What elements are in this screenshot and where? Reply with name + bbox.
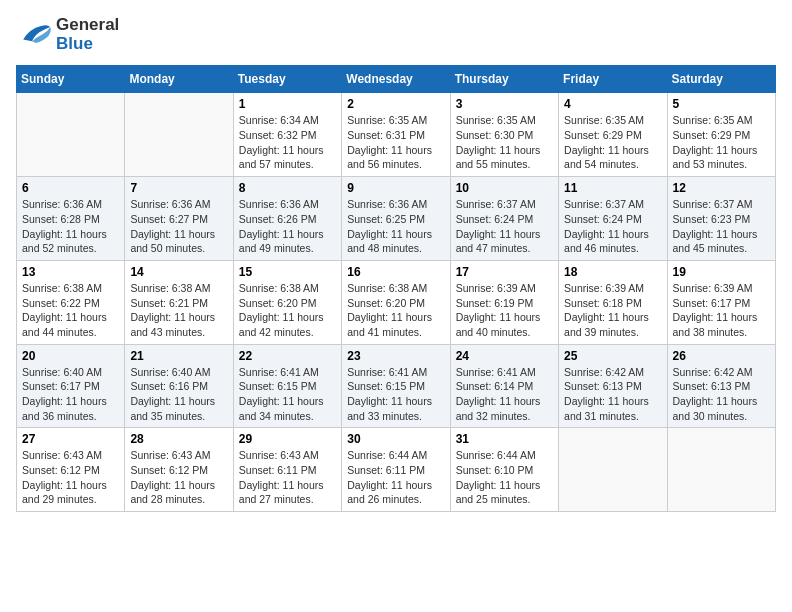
- day-number: 10: [456, 181, 553, 195]
- calendar-cell: 1Sunrise: 6:34 AM Sunset: 6:32 PM Daylig…: [233, 93, 341, 177]
- day-detail: Sunrise: 6:40 AM Sunset: 6:16 PM Dayligh…: [130, 365, 227, 424]
- calendar-cell: 11Sunrise: 6:37 AM Sunset: 6:24 PM Dayli…: [559, 177, 667, 261]
- day-number: 27: [22, 432, 119, 446]
- calendar-cell: 27Sunrise: 6:43 AM Sunset: 6:12 PM Dayli…: [17, 428, 125, 512]
- day-number: 18: [564, 265, 661, 279]
- day-header-saturday: Saturday: [667, 66, 775, 93]
- calendar-cell: 28Sunrise: 6:43 AM Sunset: 6:12 PM Dayli…: [125, 428, 233, 512]
- calendar-cell: 20Sunrise: 6:40 AM Sunset: 6:17 PM Dayli…: [17, 344, 125, 428]
- day-number: 7: [130, 181, 227, 195]
- day-number: 29: [239, 432, 336, 446]
- calendar-cell: 10Sunrise: 6:37 AM Sunset: 6:24 PM Dayli…: [450, 177, 558, 261]
- day-detail: Sunrise: 6:43 AM Sunset: 6:12 PM Dayligh…: [22, 448, 119, 507]
- calendar-cell: 17Sunrise: 6:39 AM Sunset: 6:19 PM Dayli…: [450, 260, 558, 344]
- day-detail: Sunrise: 6:38 AM Sunset: 6:20 PM Dayligh…: [239, 281, 336, 340]
- day-number: 22: [239, 349, 336, 363]
- day-detail: Sunrise: 6:36 AM Sunset: 6:26 PM Dayligh…: [239, 197, 336, 256]
- day-number: 20: [22, 349, 119, 363]
- calendar-cell: 5Sunrise: 6:35 AM Sunset: 6:29 PM Daylig…: [667, 93, 775, 177]
- calendar-cell: 22Sunrise: 6:41 AM Sunset: 6:15 PM Dayli…: [233, 344, 341, 428]
- day-number: 25: [564, 349, 661, 363]
- day-number: 6: [22, 181, 119, 195]
- calendar-cell: 12Sunrise: 6:37 AM Sunset: 6:23 PM Dayli…: [667, 177, 775, 261]
- day-detail: Sunrise: 6:44 AM Sunset: 6:11 PM Dayligh…: [347, 448, 444, 507]
- calendar-cell: 24Sunrise: 6:41 AM Sunset: 6:14 PM Dayli…: [450, 344, 558, 428]
- day-number: 26: [673, 349, 770, 363]
- day-number: 4: [564, 97, 661, 111]
- calendar-cell: 16Sunrise: 6:38 AM Sunset: 6:20 PM Dayli…: [342, 260, 450, 344]
- calendar-cell: 23Sunrise: 6:41 AM Sunset: 6:15 PM Dayli…: [342, 344, 450, 428]
- calendar-cell: 30Sunrise: 6:44 AM Sunset: 6:11 PM Dayli…: [342, 428, 450, 512]
- day-detail: Sunrise: 6:34 AM Sunset: 6:32 PM Dayligh…: [239, 113, 336, 172]
- day-number: 28: [130, 432, 227, 446]
- calendar-cell: 19Sunrise: 6:39 AM Sunset: 6:17 PM Dayli…: [667, 260, 775, 344]
- calendar-week-row: 13Sunrise: 6:38 AM Sunset: 6:22 PM Dayli…: [17, 260, 776, 344]
- calendar-cell: 21Sunrise: 6:40 AM Sunset: 6:16 PM Dayli…: [125, 344, 233, 428]
- day-detail: Sunrise: 6:36 AM Sunset: 6:27 PM Dayligh…: [130, 197, 227, 256]
- calendar-cell: 25Sunrise: 6:42 AM Sunset: 6:13 PM Dayli…: [559, 344, 667, 428]
- day-detail: Sunrise: 6:39 AM Sunset: 6:17 PM Dayligh…: [673, 281, 770, 340]
- day-detail: Sunrise: 6:37 AM Sunset: 6:23 PM Dayligh…: [673, 197, 770, 256]
- day-number: 19: [673, 265, 770, 279]
- day-detail: Sunrise: 6:36 AM Sunset: 6:25 PM Dayligh…: [347, 197, 444, 256]
- day-detail: Sunrise: 6:42 AM Sunset: 6:13 PM Dayligh…: [673, 365, 770, 424]
- day-detail: Sunrise: 6:38 AM Sunset: 6:20 PM Dayligh…: [347, 281, 444, 340]
- logo: General Blue: [16, 16, 119, 53]
- day-number: 5: [673, 97, 770, 111]
- day-number: 23: [347, 349, 444, 363]
- day-detail: Sunrise: 6:41 AM Sunset: 6:15 PM Dayligh…: [347, 365, 444, 424]
- day-number: 2: [347, 97, 444, 111]
- calendar-cell: [559, 428, 667, 512]
- day-number: 24: [456, 349, 553, 363]
- calendar-cell: 6Sunrise: 6:36 AM Sunset: 6:28 PM Daylig…: [17, 177, 125, 261]
- day-number: 17: [456, 265, 553, 279]
- calendar-table: SundayMondayTuesdayWednesdayThursdayFrid…: [16, 65, 776, 512]
- day-detail: Sunrise: 6:37 AM Sunset: 6:24 PM Dayligh…: [564, 197, 661, 256]
- logo-bird-icon: [16, 21, 52, 49]
- day-number: 13: [22, 265, 119, 279]
- day-number: 3: [456, 97, 553, 111]
- day-detail: Sunrise: 6:43 AM Sunset: 6:11 PM Dayligh…: [239, 448, 336, 507]
- calendar-cell: 14Sunrise: 6:38 AM Sunset: 6:21 PM Dayli…: [125, 260, 233, 344]
- day-header-friday: Friday: [559, 66, 667, 93]
- page-header: General Blue: [16, 16, 776, 53]
- day-number: 16: [347, 265, 444, 279]
- day-detail: Sunrise: 6:41 AM Sunset: 6:15 PM Dayligh…: [239, 365, 336, 424]
- calendar-week-row: 20Sunrise: 6:40 AM Sunset: 6:17 PM Dayli…: [17, 344, 776, 428]
- calendar-cell: 2Sunrise: 6:35 AM Sunset: 6:31 PM Daylig…: [342, 93, 450, 177]
- day-detail: Sunrise: 6:35 AM Sunset: 6:30 PM Dayligh…: [456, 113, 553, 172]
- day-number: 14: [130, 265, 227, 279]
- calendar-cell: 26Sunrise: 6:42 AM Sunset: 6:13 PM Dayli…: [667, 344, 775, 428]
- calendar-cell: 9Sunrise: 6:36 AM Sunset: 6:25 PM Daylig…: [342, 177, 450, 261]
- day-detail: Sunrise: 6:35 AM Sunset: 6:31 PM Dayligh…: [347, 113, 444, 172]
- calendar-week-row: 27Sunrise: 6:43 AM Sunset: 6:12 PM Dayli…: [17, 428, 776, 512]
- day-detail: Sunrise: 6:37 AM Sunset: 6:24 PM Dayligh…: [456, 197, 553, 256]
- day-detail: Sunrise: 6:38 AM Sunset: 6:22 PM Dayligh…: [22, 281, 119, 340]
- calendar-cell: 8Sunrise: 6:36 AM Sunset: 6:26 PM Daylig…: [233, 177, 341, 261]
- day-header-sunday: Sunday: [17, 66, 125, 93]
- calendar-cell: 31Sunrise: 6:44 AM Sunset: 6:10 PM Dayli…: [450, 428, 558, 512]
- day-detail: Sunrise: 6:41 AM Sunset: 6:14 PM Dayligh…: [456, 365, 553, 424]
- calendar-week-row: 1Sunrise: 6:34 AM Sunset: 6:32 PM Daylig…: [17, 93, 776, 177]
- day-number: 30: [347, 432, 444, 446]
- day-number: 8: [239, 181, 336, 195]
- day-header-wednesday: Wednesday: [342, 66, 450, 93]
- day-detail: Sunrise: 6:38 AM Sunset: 6:21 PM Dayligh…: [130, 281, 227, 340]
- day-detail: Sunrise: 6:43 AM Sunset: 6:12 PM Dayligh…: [130, 448, 227, 507]
- day-detail: Sunrise: 6:40 AM Sunset: 6:17 PM Dayligh…: [22, 365, 119, 424]
- day-number: 11: [564, 181, 661, 195]
- calendar-cell: 18Sunrise: 6:39 AM Sunset: 6:18 PM Dayli…: [559, 260, 667, 344]
- day-number: 21: [130, 349, 227, 363]
- calendar-cell: 13Sunrise: 6:38 AM Sunset: 6:22 PM Dayli…: [17, 260, 125, 344]
- calendar-header-row: SundayMondayTuesdayWednesdayThursdayFrid…: [17, 66, 776, 93]
- day-number: 12: [673, 181, 770, 195]
- day-number: 9: [347, 181, 444, 195]
- calendar-cell: 7Sunrise: 6:36 AM Sunset: 6:27 PM Daylig…: [125, 177, 233, 261]
- calendar-cell: 29Sunrise: 6:43 AM Sunset: 6:11 PM Dayli…: [233, 428, 341, 512]
- day-header-tuesday: Tuesday: [233, 66, 341, 93]
- calendar-week-row: 6Sunrise: 6:36 AM Sunset: 6:28 PM Daylig…: [17, 177, 776, 261]
- day-detail: Sunrise: 6:36 AM Sunset: 6:28 PM Dayligh…: [22, 197, 119, 256]
- day-detail: Sunrise: 6:44 AM Sunset: 6:10 PM Dayligh…: [456, 448, 553, 507]
- day-detail: Sunrise: 6:35 AM Sunset: 6:29 PM Dayligh…: [673, 113, 770, 172]
- calendar-cell: 15Sunrise: 6:38 AM Sunset: 6:20 PM Dayli…: [233, 260, 341, 344]
